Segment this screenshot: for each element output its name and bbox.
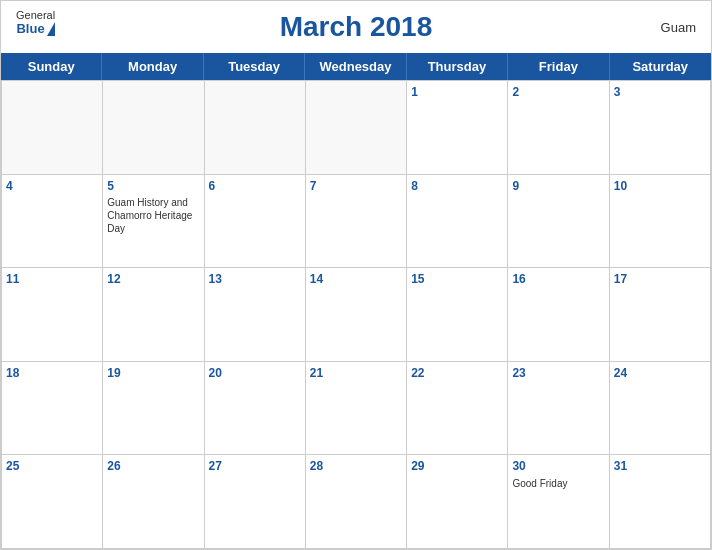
- cell-day-number: 4: [6, 178, 98, 195]
- cell-day-number: 14: [310, 271, 402, 288]
- calendar-header: General Blue March 2018 Guam: [1, 1, 711, 53]
- cell-day-number: 15: [411, 271, 503, 288]
- cell-day-number: 16: [512, 271, 604, 288]
- calendar-cell: 4: [2, 175, 103, 269]
- calendar-cell: 11: [2, 268, 103, 362]
- cell-day-number: 6: [209, 178, 301, 195]
- calendar-cell: 29: [407, 455, 508, 549]
- calendar-cell: 16: [508, 268, 609, 362]
- cell-event: Guam History and Chamorro Heritage Day: [107, 196, 199, 235]
- calendar-grid: 12345Guam History and Chamorro Heritage …: [1, 80, 711, 549]
- cell-day-number: 24: [614, 365, 706, 382]
- day-header-friday: Friday: [508, 53, 609, 80]
- calendar-cell: 7: [306, 175, 407, 269]
- calendar-cell: 17: [610, 268, 711, 362]
- day-header-wednesday: Wednesday: [305, 53, 406, 80]
- cell-day-number: 13: [209, 271, 301, 288]
- cell-day-number: 21: [310, 365, 402, 382]
- calendar-cell: 24: [610, 362, 711, 456]
- cell-day-number: 18: [6, 365, 98, 382]
- cell-day-number: 27: [209, 458, 301, 475]
- calendar-cell: 1: [407, 81, 508, 175]
- logo-area: General Blue: [16, 9, 55, 36]
- day-header-sunday: Sunday: [1, 53, 102, 80]
- cell-day-number: 1: [411, 84, 503, 101]
- calendar-cell: 22: [407, 362, 508, 456]
- cell-day-number: 17: [614, 271, 706, 288]
- calendar-cell: 2: [508, 81, 609, 175]
- calendar-cell: 25: [2, 455, 103, 549]
- calendar-cell: 12: [103, 268, 204, 362]
- cell-day-number: 19: [107, 365, 199, 382]
- cell-day-number: 7: [310, 178, 402, 195]
- day-header-saturday: Saturday: [610, 53, 711, 80]
- calendar-cell: 27: [205, 455, 306, 549]
- calendar-cell: [103, 81, 204, 175]
- calendar-cell: [205, 81, 306, 175]
- cell-day-number: 8: [411, 178, 503, 195]
- calendar-cell: 5Guam History and Chamorro Heritage Day: [103, 175, 204, 269]
- calendar-cell: 8: [407, 175, 508, 269]
- calendar-cell: 10: [610, 175, 711, 269]
- cell-day-number: 10: [614, 178, 706, 195]
- logo-blue-text: Blue: [16, 21, 54, 36]
- calendar-cell: 30Good Friday: [508, 455, 609, 549]
- calendar-cell: 26: [103, 455, 204, 549]
- cell-day-number: 9: [512, 178, 604, 195]
- day-header-thursday: Thursday: [407, 53, 508, 80]
- cell-day-number: 2: [512, 84, 604, 101]
- cell-day-number: 30: [512, 458, 604, 475]
- calendar-cell: 28: [306, 455, 407, 549]
- calendar-cell: 15: [407, 268, 508, 362]
- cell-day-number: 23: [512, 365, 604, 382]
- calendar-cell: 6: [205, 175, 306, 269]
- cell-day-number: 5: [107, 178, 199, 195]
- cell-day-number: 3: [614, 84, 706, 101]
- calendar-cell: 3: [610, 81, 711, 175]
- calendar-cell: 18: [2, 362, 103, 456]
- calendar-cell: 21: [306, 362, 407, 456]
- calendar-cell: [2, 81, 103, 175]
- calendar-cell: 9: [508, 175, 609, 269]
- calendar-cell: [306, 81, 407, 175]
- cell-day-number: 28: [310, 458, 402, 475]
- cell-day-number: 20: [209, 365, 301, 382]
- cell-day-number: 29: [411, 458, 503, 475]
- day-header-monday: Monday: [102, 53, 203, 80]
- calendar-cell: 19: [103, 362, 204, 456]
- cell-day-number: 12: [107, 271, 199, 288]
- day-header-tuesday: Tuesday: [204, 53, 305, 80]
- day-headers-row: Sunday Monday Tuesday Wednesday Thursday…: [1, 53, 711, 80]
- cell-day-number: 22: [411, 365, 503, 382]
- month-title: March 2018: [280, 11, 433, 43]
- cell-event: Good Friday: [512, 477, 604, 490]
- calendar-cell: 31: [610, 455, 711, 549]
- calendar-cell: 23: [508, 362, 609, 456]
- calendar-cell: 14: [306, 268, 407, 362]
- region-label: Guam: [661, 20, 696, 35]
- cell-day-number: 31: [614, 458, 706, 475]
- calendar-container: General Blue March 2018 Guam Sunday Mond…: [0, 0, 712, 550]
- calendar-cell: 20: [205, 362, 306, 456]
- cell-day-number: 11: [6, 271, 98, 288]
- logo-general-text: General: [16, 9, 55, 21]
- cell-day-number: 26: [107, 458, 199, 475]
- calendar-cell: 13: [205, 268, 306, 362]
- logo-triangle-icon: [47, 22, 55, 36]
- cell-day-number: 25: [6, 458, 98, 475]
